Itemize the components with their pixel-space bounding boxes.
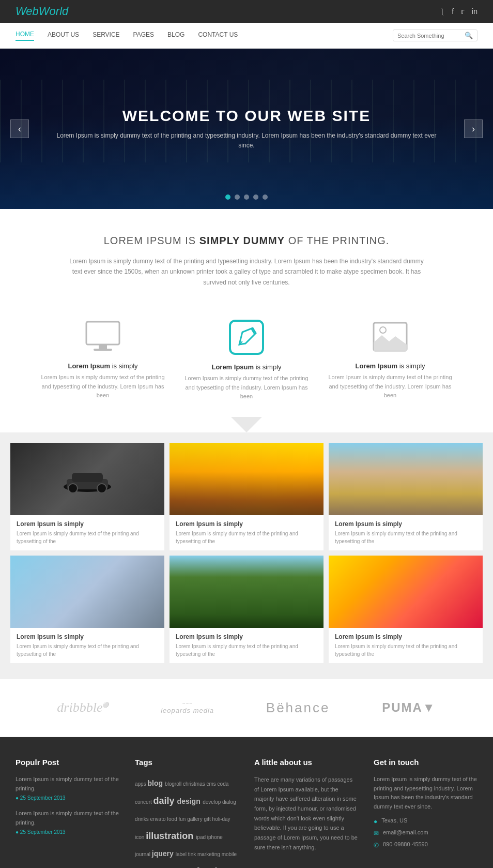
tag-iphone[interactable]: iphone [207, 834, 223, 840]
nav-home[interactable]: HOME [16, 31, 34, 41]
tag-icon[interactable]: icon [135, 834, 146, 840]
svg-point-12 [97, 484, 106, 493]
svg-point-7 [380, 327, 386, 333]
tag-cms[interactable]: cms [207, 781, 218, 787]
nav-blog[interactable]: BLOG [167, 31, 184, 40]
tag-gallery[interactable]: gallery [187, 816, 204, 822]
feature-3-title: Lorem Ipsum is simply [326, 362, 455, 370]
portfolio-thumb-2 [170, 443, 323, 515]
footer-post-1: Lorem Ipsum is simply dummy text of the … [16, 775, 119, 801]
hero-dot-2[interactable] [235, 194, 240, 200]
tag-apps[interactable]: apps [135, 781, 147, 787]
svg-rect-1 [99, 345, 107, 349]
post-1-text: Lorem Ipsum is simply dummy text of the … [16, 775, 119, 793]
feature-1-title: Lorem Ipsum is simply [38, 362, 167, 370]
intro-section: LOREM IPSUM IS SIMPLY DUMMY OF THE PRINT… [0, 209, 493, 303]
hero-next-button[interactable]: › [464, 119, 483, 138]
image-icon [372, 321, 409, 353]
linkedin-icon[interactable]: in [472, 7, 477, 16]
brand-behance: Bëhance [266, 700, 330, 716]
tag-fun[interactable]: fun [179, 816, 188, 822]
features-section: Lorem Ipsum is simply Lorem Ipsum is sim… [0, 303, 493, 412]
tag-food[interactable]: food [167, 816, 178, 822]
hero-dot-1[interactable] [225, 194, 230, 200]
contact-title: Get in touch [374, 758, 477, 767]
hero-dot-5[interactable] [263, 194, 268, 200]
portfolio-thumb-1 [10, 443, 164, 515]
portfolio-thumb-4 [10, 556, 164, 628]
contact-phone-item: ✆ 890-09880-45590 [374, 841, 477, 849]
monitor-icon [84, 321, 121, 353]
brand-logo: WebWorld [16, 5, 68, 18]
portfolio-item-5: Lorem Ipsum is simply Lorem Ipsum is sim… [170, 556, 323, 663]
portfolio-item-2: Lorem Ipsum is simply Lorem Ipsum is sim… [170, 443, 323, 550]
popular-posts-title: Populr Post [16, 758, 119, 767]
contact-address-item: ● Texas, US [374, 817, 477, 825]
intro-text: Lorem Ipsum is simply dummy text of the … [66, 256, 427, 288]
hero-prev-button[interactable]: ‹ [10, 119, 29, 138]
tag-blog[interactable]: blog [147, 779, 164, 787]
footer-about: A little about us There are many variati… [254, 758, 358, 868]
tag-develop[interactable]: develop [203, 799, 222, 805]
tag-label[interactable]: label [176, 851, 188, 857]
nav-about[interactable]: ABOUT US [48, 31, 79, 40]
tag-blogroll[interactable]: blogroll [165, 781, 183, 787]
svg-rect-3 [230, 321, 263, 354]
tag-tink[interactable]: tink [188, 851, 197, 857]
tag-daily[interactable]: daily [153, 796, 177, 806]
twitter-icon[interactable]: 𝕣 [461, 7, 465, 16]
feature-3-desc: Lorem Ipsum is simply dummy text of the … [326, 373, 455, 400]
tag-dialog[interactable]: dialog [222, 799, 236, 805]
hero-subtitle: Lorem Ipsum is simply dummy text of the … [52, 131, 441, 151]
tag-envato[interactable]: envato [150, 816, 167, 822]
tag-journal[interactable]: journal [135, 851, 152, 857]
rss-icon[interactable]: ⎱ [440, 7, 444, 16]
tag-drinks[interactable]: drinks [135, 816, 150, 822]
edit-icon [228, 319, 265, 356]
tag-coda[interactable]: coda [218, 781, 229, 787]
top-social-icons: ⎱ f 𝕣 in [440, 7, 477, 16]
portfolio-title-3: Lorem Ipsum is simply [335, 520, 476, 528]
tag-concert[interactable]: concert [135, 799, 153, 805]
portfolio-title-6: Lorem Ipsum is simply [335, 633, 476, 640]
nav-service[interactable]: SERVICE [93, 31, 119, 40]
clock-icon-2: ● [16, 829, 19, 835]
clock-icon: ● [16, 795, 19, 801]
location-icon: ● [374, 818, 377, 825]
tag-illustration[interactable]: illustration [146, 831, 196, 841]
contact-email: email@email.com [383, 829, 428, 835]
hero-dot-3[interactable] [244, 194, 249, 200]
post-1-date: ● 25 September 2013 [16, 795, 119, 801]
nav-contact[interactable]: CONTACT US [198, 31, 238, 40]
hero-dot-4[interactable] [253, 194, 258, 200]
facebook-icon[interactable]: f [452, 7, 454, 16]
tag-christmas[interactable]: christmas [183, 781, 207, 787]
feature-2-title: Lorem Ipsum is simply [182, 363, 311, 371]
tag-profession[interactable]: profession [181, 866, 229, 868]
tag-design[interactable]: design [177, 797, 201, 805]
search-input[interactable] [397, 33, 465, 39]
portfolio-title-1: Lorem Ipsum is simply [17, 520, 158, 528]
footer: Populr Post Lorem Ipsum is simply dummy … [0, 737, 493, 868]
about-text: There are many variations of passages of… [254, 775, 358, 852]
tag-jquery[interactable]: jquery [152, 849, 176, 858]
about-title: A little about us [254, 758, 358, 767]
tag-holiday[interactable]: holi-day [212, 816, 230, 822]
search-button[interactable]: 🔍 [465, 32, 473, 39]
phone-icon: ✆ [374, 842, 379, 849]
portfolio-title-2: Lorem Ipsum is simply [176, 520, 317, 528]
portfolio-thumb-6 [329, 556, 483, 628]
footer-grid: Populr Post Lorem Ipsum is simply dummy … [16, 758, 477, 868]
hero-title: WELCOME TO OUR WEB SITE [52, 107, 441, 125]
tag-marketing[interactable]: marketing [197, 851, 222, 857]
hero-dots [225, 194, 268, 200]
tag-mobile[interactable]: mobile [222, 851, 237, 857]
email-icon: ✉ [374, 830, 379, 837]
portfolio-desc-2: Lorem Ipsum is simply dummy text of the … [176, 530, 317, 545]
feature-1-desc: Lorem Ipsum is simply dummy text of the … [38, 373, 167, 400]
nav-pages[interactable]: PAGES [133, 31, 154, 40]
search-bar: 🔍 [393, 29, 477, 41]
tag-gift[interactable]: gift [204, 816, 212, 822]
tag-ipad[interactable]: ipad [196, 834, 207, 840]
intro-heading: LOREM IPSUM IS SIMPLY DUMMY OF THE PRINT… [41, 235, 452, 247]
